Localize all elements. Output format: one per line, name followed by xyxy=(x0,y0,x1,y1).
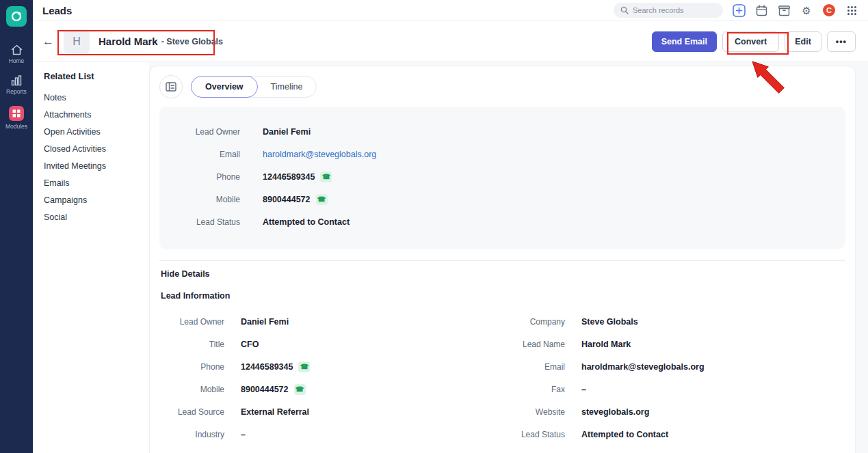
topbar: Leads xyxy=(33,0,868,21)
apps-grid-button[interactable] xyxy=(845,3,858,17)
website-link[interactable]: steveglobals.org xyxy=(581,400,845,423)
field-label: Mobile xyxy=(159,378,224,400)
related-item-closed-activities[interactable]: Closed Activities xyxy=(44,140,149,157)
home-icon xyxy=(11,44,23,55)
related-item-notes[interactable]: Notes xyxy=(44,89,149,106)
summary-row: Phone 12446589345 ☎ xyxy=(159,165,845,188)
related-list-panel: Related List Notes Attachments Open Acti… xyxy=(33,62,149,453)
field-value: 12446589345 xyxy=(241,362,293,372)
field-value: Daniel Femi xyxy=(241,310,425,333)
summary-row: Lead Owner Daniel Femi xyxy=(159,120,845,143)
details-section: Hide Details Lead Information Lead Owner… xyxy=(159,260,845,453)
search-box[interactable] xyxy=(614,3,723,18)
related-item-invited-meetings[interactable]: Invited Meetings xyxy=(44,157,149,174)
field-label: No. of Employees xyxy=(442,445,565,453)
related-item-attachments[interactable]: Attachments xyxy=(44,106,149,123)
lead-information-grid: Lead Owner Daniel Femi Company Steve Glo… xyxy=(159,310,845,453)
hide-details-toggle[interactable]: Hide Details xyxy=(159,261,845,286)
field-label: Lead Status xyxy=(159,217,240,227)
field-value: Steve Globals xyxy=(581,310,845,333)
settings-button[interactable]: ⚙ xyxy=(800,3,813,17)
call-phone-icon[interactable]: ☎ xyxy=(294,384,306,395)
business-card-toggle-button[interactable] xyxy=(159,75,183,98)
gear-icon: ⚙ xyxy=(802,5,811,16)
page-title: Leads xyxy=(42,5,72,16)
related-item-open-activities[interactable]: Open Activities xyxy=(44,123,149,140)
sidebar-item-label: Home xyxy=(9,57,25,64)
field-label: Phone xyxy=(159,172,240,182)
crm-logo[interactable]: C xyxy=(822,3,836,17)
tab-overview[interactable]: Overview xyxy=(191,76,258,98)
field-value: Attempted to Contact xyxy=(581,423,845,445)
lead-information-title: Lead Information xyxy=(159,286,845,310)
edit-button[interactable]: Edit xyxy=(785,31,821,52)
field-label: Email xyxy=(159,150,240,159)
sidebar-item-label: Reports xyxy=(6,88,27,95)
call-phone-icon[interactable]: ☎ xyxy=(298,361,310,372)
summary-row: Lead Status Attempted to Contact xyxy=(159,210,845,233)
phone-value: 12446589345 ☎ xyxy=(263,171,332,182)
field-value: Attempted to Contact xyxy=(263,217,350,227)
tab-timeline[interactable]: Timeline xyxy=(257,77,317,97)
mobile-value: 8900444572 ☎ xyxy=(241,378,425,400)
field-value: – xyxy=(581,378,845,400)
tabs-row: Overview Timeline xyxy=(159,75,845,98)
field-value: – xyxy=(581,445,845,453)
field-label: Website xyxy=(442,400,565,423)
brand-logo-icon xyxy=(10,10,23,23)
related-list-title: Related List xyxy=(44,71,149,81)
call-phone-icon[interactable]: ☎ xyxy=(320,171,332,182)
field-label: Lead Status xyxy=(442,423,565,445)
field-value: 12446589345 xyxy=(263,172,315,182)
field-label: Lead Owner xyxy=(159,310,224,333)
send-email-button[interactable]: Send Email xyxy=(652,31,717,52)
app-rail: Home Reports Modules xyxy=(0,0,33,453)
sidebar-item-modules[interactable]: Modules xyxy=(0,100,33,135)
field-label: Company xyxy=(442,310,565,333)
modules-icon xyxy=(9,106,24,121)
field-label: Lead Source xyxy=(159,400,224,423)
field-value: External Referral xyxy=(241,400,425,423)
field-value: Harold Mark xyxy=(581,333,845,355)
record-company: - Steve Globals xyxy=(161,37,223,46)
calendar-icon xyxy=(756,5,767,16)
call-phone-icon[interactable]: ☎ xyxy=(316,194,328,205)
related-item-social[interactable]: Social xyxy=(44,208,149,225)
field-label: Industry xyxy=(159,423,224,445)
convert-button[interactable]: Convert xyxy=(722,31,779,52)
sidebar-item-label: Modules xyxy=(5,123,27,130)
sidebar-item-reports[interactable]: Reports xyxy=(0,70,33,100)
reports-icon xyxy=(11,75,22,86)
calendar-button[interactable] xyxy=(754,3,768,17)
summary-row: Email haroldmark@steveglobals.org xyxy=(159,143,845,165)
phone-value: 12446589345 ☎ xyxy=(241,355,425,378)
field-label: Mobile xyxy=(159,195,240,204)
email-link[interactable]: haroldmark@steveglobals.org xyxy=(263,150,376,159)
field-value: – xyxy=(241,423,425,445)
back-button[interactable]: ← xyxy=(42,35,54,49)
plus-icon xyxy=(733,4,746,17)
search-input[interactable] xyxy=(633,6,715,14)
search-icon xyxy=(620,6,629,14)
field-label: Lead Owner xyxy=(159,127,240,137)
field-value: Daniel Femi xyxy=(263,127,311,137)
more-actions-button[interactable]: ••• xyxy=(827,31,856,52)
add-record-button[interactable] xyxy=(732,3,746,17)
avatar[interactable]: H xyxy=(64,29,90,55)
brand-logo[interactable] xyxy=(6,6,27,27)
record-actions: Send Email Convert Edit ••• xyxy=(652,31,856,52)
view-tabs: Overview Timeline xyxy=(191,76,317,98)
summary-panel: Lead Owner Daniel Femi Email haroldmark@… xyxy=(159,107,845,249)
field-value: 8900444572 xyxy=(241,385,289,394)
apps-grid-icon xyxy=(847,5,857,16)
related-item-emails[interactable]: Emails xyxy=(44,174,149,191)
related-item-campaigns[interactable]: Campaigns xyxy=(44,191,149,208)
email-link[interactable]: haroldmark@steveglobals.org xyxy=(581,355,845,378)
business-card-icon xyxy=(166,82,176,92)
field-label: Fax xyxy=(442,378,565,400)
crm-logo-icon: C xyxy=(823,4,835,16)
box-icon xyxy=(778,5,790,16)
record-header: ← H Harold Mark - Steve Globals Send Ema… xyxy=(33,21,868,62)
marketplace-button[interactable] xyxy=(777,3,791,17)
sidebar-item-home[interactable]: Home xyxy=(0,39,33,70)
